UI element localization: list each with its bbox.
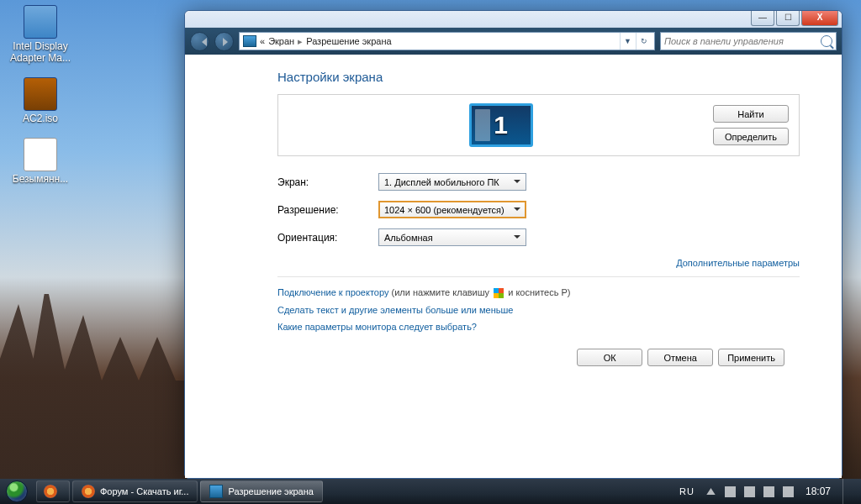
advanced-settings-link[interactable]: Дополнительные параметры	[277, 258, 800, 268]
content-area: Настройки экрана 1 Найти Определить Экра…	[185, 55, 842, 478]
separator	[277, 276, 800, 277]
projector-link[interactable]: Подключение к проектору	[277, 287, 388, 297]
tray-flag-icon[interactable]	[725, 486, 736, 497]
chevron-right-icon: ▸	[298, 36, 303, 47]
desktop-icon-untitled[interactable]: Безымянн...	[7, 138, 74, 185]
screen-label: Экран:	[277, 176, 378, 188]
tray-up-icon[interactable]	[705, 486, 716, 497]
start-orb-icon	[6, 480, 28, 502]
archive-icon	[24, 77, 57, 111]
firefox-icon	[82, 485, 95, 498]
desktop: Intel Display Adapter Ma... AC2.iso Безы…	[7, 5, 74, 198]
screen-select[interactable]: 1. Дисплей мобильного ПК	[378, 173, 526, 191]
chevron-down-icon	[514, 180, 520, 186]
tray-volume-icon[interactable]	[783, 486, 794, 497]
firefox-icon	[44, 485, 57, 498]
ok-button[interactable]: ОК	[577, 349, 642, 366]
clock[interactable]: 18:07	[802, 486, 834, 497]
taskbar-item-resolution[interactable]: Разрешение экрана	[200, 480, 322, 502]
desktop-icon-intel[interactable]: Intel Display Adapter Ma...	[7, 5, 74, 64]
taskbar-pinned-firefox[interactable]	[36, 480, 70, 502]
windows-key-icon	[494, 288, 504, 298]
search-placeholder: Поиск в панели управления	[664, 36, 784, 46]
orientation-label: Ориентация:	[277, 232, 378, 244]
monitor-icon	[24, 5, 57, 39]
breadcrumb-dropdown-button[interactable]: ▼	[620, 33, 635, 50]
nav-forward-button[interactable]	[214, 32, 234, 51]
refresh-button[interactable]: ↻	[636, 33, 651, 50]
start-button[interactable]	[0, 479, 34, 504]
monitor-thumb-1[interactable]: 1	[469, 103, 533, 147]
wallpaper-buildings	[0, 260, 185, 479]
search-icon	[821, 35, 832, 47]
control-panel-window: — ☐ X « Экран ▸ Разрешение экрана ▼ ↻ По…	[184, 10, 843, 479]
desktop-icon-ac2iso[interactable]: AC2.iso	[7, 77, 74, 124]
nav-back-button[interactable]	[190, 32, 209, 51]
control-panel-icon	[209, 485, 223, 498]
identify-button[interactable]: Определить	[713, 128, 789, 145]
maximize-button[interactable]: ☐	[776, 11, 800, 26]
search-input[interactable]: Поиск в панели управления	[660, 32, 837, 50]
tray-network-icon[interactable]	[763, 486, 774, 497]
orientation-select[interactable]: Альбомная	[378, 228, 526, 246]
which-monitor-link[interactable]: Какие параметры монитора следует выбрать…	[277, 322, 477, 332]
apply-button[interactable]: Применить	[718, 349, 784, 366]
breadcrumb-part[interactable]: Разрешение экрана	[306, 36, 391, 46]
taskbar-item-forum[interactable]: Форум - Скачать иг...	[72, 480, 198, 502]
show-desktop-button[interactable]	[843, 479, 851, 504]
chevron-down-icon	[514, 235, 520, 242]
minimize-button[interactable]: —	[751, 11, 774, 26]
monitor-preview[interactable]: 1	[288, 103, 713, 147]
resolution-select[interactable]: 861 × 504 (рекомендуется)	[378, 201, 526, 218]
close-button[interactable]: X	[801, 11, 838, 26]
desktop-icon-label: Intel Display Adapter Ma...	[7, 40, 74, 64]
control-panel-icon	[243, 35, 256, 47]
monitor-preview-panel: 1 Найти Определить	[277, 94, 800, 156]
text-size-link[interactable]: Сделать текст и другие элементы больше и…	[277, 305, 513, 315]
titlebar[interactable]: — ☐ X	[185, 11, 842, 28]
language-indicator[interactable]: RU	[677, 486, 697, 496]
navbar: « Экран ▸ Разрешение экрана ▼ ↻ Поиск в …	[185, 28, 842, 55]
breadcrumb[interactable]: « Экран ▸ Разрешение экрана ▼ ↻	[239, 32, 655, 50]
breadcrumb-part[interactable]: Экран	[268, 36, 294, 46]
resolution-label: Разрешение:	[277, 204, 378, 216]
dialog-footer: ОК Отмена Применить	[277, 339, 800, 376]
chevron-down-icon	[514, 207, 520, 214]
file-icon	[24, 138, 57, 171]
tray-battery-icon[interactable]	[744, 486, 755, 497]
cancel-button[interactable]: Отмена	[647, 349, 713, 366]
taskbar: Форум - Скачать иг... Разрешение экрана …	[0, 479, 861, 504]
system-tray: RU 18:07	[677, 479, 856, 504]
find-button[interactable]: Найти	[713, 105, 789, 123]
page-heading: Настройки экрана	[277, 70, 800, 84]
desktop-icon-label: Безымянн...	[7, 173, 74, 185]
desktop-icon-label: AC2.iso	[7, 113, 74, 124]
